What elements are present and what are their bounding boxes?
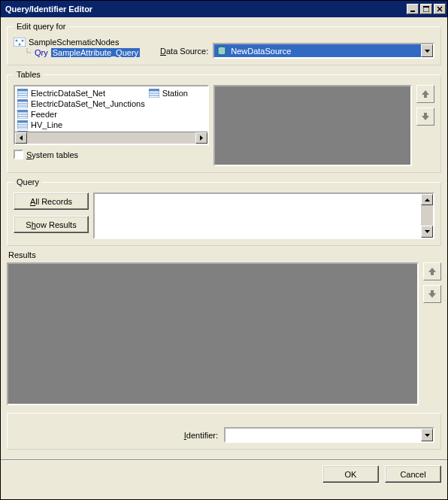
tree-root-label: SampleSchematicNodes [29,38,119,47]
table-icon [17,110,28,119]
results-area [7,262,441,405]
results-order-buttons [423,262,441,405]
system-tables-label: System tables [26,150,78,159]
dropdown-arrow-icon[interactable] [421,44,433,57]
svg-rect-0 [410,11,415,12]
scroll-up-icon[interactable] [421,194,433,205]
tree-child-prefix: Qry [35,48,48,57]
vertical-scrollbar[interactable] [421,194,433,238]
show-results-button[interactable]: Show Results [14,216,89,233]
arrow-up-icon [428,268,436,275]
table-order-buttons [416,85,434,166]
svg-point-6 [16,40,18,42]
move-up-button[interactable] [416,85,434,103]
edit-query-legend: Edit query for [14,22,68,31]
tables-preview [213,85,412,166]
svg-marker-49 [428,268,436,275]
dialog-footer: OK Cancel [1,460,447,487]
svg-marker-44 [200,135,203,141]
svg-marker-43 [20,135,23,141]
svg-point-8 [19,44,21,46]
scroll-down-icon[interactable] [421,226,433,238]
query-legend: Query [14,177,42,186]
horizontal-scrollbar[interactable] [15,132,207,144]
close-button[interactable] [434,4,446,14]
table-item-label: HV_Line [31,120,62,129]
schematic-icon [14,38,26,47]
data-source-label: Data Source: [160,47,208,56]
window-controls [407,4,446,14]
scroll-right-icon[interactable] [195,132,207,144]
identifier-row: Identifier: [14,427,434,443]
dropdown-arrow-icon[interactable] [421,429,433,441]
svg-rect-27 [17,110,28,112]
move-down-button[interactable] [416,108,434,126]
maximize-button[interactable] [420,4,432,14]
data-source-selected: NewDataSource [214,44,421,57]
table-icon [17,120,28,129]
query-buttons: All Records Show Results [14,192,89,239]
table-item[interactable]: Station [148,88,191,98]
identifier-group: Identifier: [7,413,441,450]
dialog-window: Query/Identifier Editor Edit query for S… [0,0,448,500]
arrow-down-icon [422,113,429,120]
all-records-button[interactable]: All Records [14,192,89,210]
svg-marker-50 [428,290,436,298]
edit-query-group: Edit query for SampleSchematicNodes Qry … [7,22,441,65]
table-item[interactable]: ElectricDataSet_Net_Junctions [17,98,148,109]
svg-marker-12 [425,50,430,53]
svg-marker-48 [425,230,430,233]
data-source-dropdown[interactable]: NewDataSource [213,43,434,59]
window-title: Query/Identifier Editor [5,5,92,14]
table-item-label: ElectricDataSet_Net [31,89,105,98]
scroll-left-icon[interactable] [15,132,27,144]
data-source-value: NewDataSource [231,47,291,56]
table-item-label: ElectricDataSet_Net_Junctions [31,99,145,108]
ok-button[interactable]: OK [322,465,379,483]
minimize-button[interactable] [407,4,419,14]
results-label: Results [8,250,440,259]
cancel-button[interactable]: Cancel [385,465,441,483]
system-tables-row[interactable]: System tables [14,150,209,159]
tree-child[interactable]: Qry SampleAttribute_Query [14,47,149,58]
tree-child-label: SampleAttribute_Query [51,48,140,57]
svg-rect-42 [149,89,159,91]
dialog-body: Edit query for SampleSchematicNodes Qry … [1,17,447,460]
database-icon [216,45,228,57]
table-icon [149,89,159,98]
svg-point-7 [22,40,24,42]
identifier-label: Identifier: [184,431,218,440]
query-row: All Records Show Results [14,192,434,239]
table-item[interactable]: Feeder [17,109,148,120]
svg-marker-46 [422,113,429,120]
table-icon [17,89,28,98]
svg-marker-47 [425,198,430,202]
arrow-down-icon [428,290,436,298]
svg-rect-17 [17,89,28,91]
tables-legend: Tables [14,70,44,79]
svg-marker-45 [422,90,429,98]
tables-list[interactable]: ElectricDataSet_Net ElectricDataSet_Net_… [14,85,209,145]
tables-area: ElectricDataSet_Net ElectricDataSet_Net_… [14,85,434,166]
results-box [7,262,419,405]
svg-rect-32 [17,120,28,123]
table-item[interactable]: HV_Line [17,120,148,130]
table-item-label: Station [162,89,188,98]
arrow-up-icon [422,90,429,98]
schematic-tree[interactable]: SampleSchematicNodes Qry SampleAttribute… [14,37,149,58]
data-source-row: Data Source: NewDataSource [160,43,434,59]
table-item-label: Feeder [31,110,57,119]
svg-rect-22 [17,99,28,102]
query-textarea[interactable] [93,192,434,239]
results-down-button[interactable] [423,285,441,303]
table-icon [17,99,28,108]
system-tables-checkbox[interactable] [14,150,23,159]
title-bar[interactable]: Query/Identifier Editor [1,1,447,17]
tree-connector-icon [24,48,32,57]
results-up-button[interactable] [423,262,441,280]
svg-marker-51 [425,434,430,437]
identifier-dropdown[interactable] [224,427,434,443]
svg-rect-2 [423,6,429,8]
tree-root[interactable]: SampleSchematicNodes [14,37,149,47]
table-item[interactable]: ElectricDataSet_Net [17,88,148,98]
